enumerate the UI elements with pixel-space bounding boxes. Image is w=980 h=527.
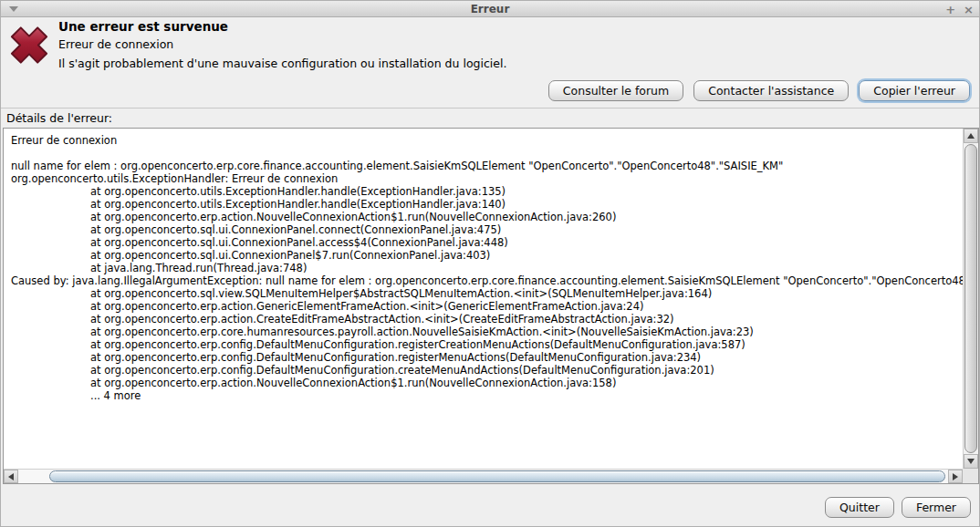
horizontal-scrollbar-thumb[interactable] xyxy=(49,470,945,482)
window-title: Erreur xyxy=(1,3,979,16)
vertical-scrollbar[interactable] xyxy=(963,129,978,469)
header-separator xyxy=(1,108,979,108)
trace-line: at org.openconcerto.erp.config.DefaultMe… xyxy=(11,338,963,351)
arrow-right-icon xyxy=(953,473,958,480)
error-dialog-window: Erreur + × Une erreur est survenue Erreu… xyxy=(0,0,980,527)
trace-line: at org.openconcerto.erp.action.GenericEl… xyxy=(11,300,963,313)
scroll-down-button[interactable] xyxy=(964,454,978,469)
arrow-left-icon xyxy=(8,473,14,480)
header-button-row: Consulter le forum Contacter l'assistanc… xyxy=(548,80,970,101)
trace-line: at org.openconcerto.utils.ExceptionHandl… xyxy=(11,185,963,198)
quit-button[interactable]: Quitter xyxy=(825,497,894,518)
maximize-icon[interactable]: + xyxy=(945,4,955,16)
trace-line: Erreur de connexion xyxy=(11,134,963,147)
details-label: Détails de l'erreur: xyxy=(6,111,112,125)
error-description: Il s'agit probablement d'une mauvaise co… xyxy=(58,57,506,70)
copy-error-button[interactable]: Copier l'erreur xyxy=(859,80,970,101)
contact-support-button[interactable]: Contacter l'assistance xyxy=(693,80,849,101)
trace-line: at org.openconcerto.sql.ui.ConnexionPane… xyxy=(11,223,963,236)
trace-line: null name for elem : org.openconcerto.er… xyxy=(11,160,963,172)
trace-line: org.openconcerto.utils.ExceptionHandler:… xyxy=(11,172,963,185)
scroll-up-button[interactable] xyxy=(964,129,978,143)
trace-line: at java.lang.Thread.run(Thread.java:748) xyxy=(11,262,963,274)
trace-line: at org.openconcerto.erp.core.humanresour… xyxy=(11,326,963,338)
scroll-left-button[interactable] xyxy=(4,470,18,483)
error-subtitle: Erreur de connexion xyxy=(58,37,173,51)
title-bar: Erreur + × xyxy=(1,1,979,17)
trace-line: at org.openconcerto.sql.ui.ConnexionPane… xyxy=(11,236,963,249)
trace-line: at org.openconcerto.utils.ExceptionHandl… xyxy=(11,198,963,211)
scrollbar-corner xyxy=(963,469,978,483)
trace-line: at org.openconcerto.erp.action.NouvelleC… xyxy=(11,211,963,223)
scroll-right-button[interactable] xyxy=(948,470,963,483)
vertical-scrollbar-thumb[interactable] xyxy=(964,144,977,453)
trace-line: ... 4 more xyxy=(11,389,963,402)
trace-line xyxy=(11,147,963,160)
error-cross-icon xyxy=(7,23,51,67)
consult-forum-button[interactable]: Consulter le forum xyxy=(548,80,683,101)
trace-line: at org.openconcerto.erp.config.DefaultMe… xyxy=(11,351,963,364)
trace-line: at org.openconcerto.sql.view.SQLMenuItem… xyxy=(11,287,963,300)
error-details-pane: Erreur de connexion null name for elem :… xyxy=(3,128,979,484)
trace-line: at org.openconcerto.erp.action.NouvelleC… xyxy=(11,377,963,389)
arrow-up-icon xyxy=(967,133,975,139)
window-controls: + × xyxy=(945,1,974,17)
error-headline: Une erreur est survenue xyxy=(58,19,228,34)
footer-button-row: Quitter Fermer xyxy=(825,497,971,518)
trace-line: at org.openconcerto.sql.ui.ConnexionPane… xyxy=(11,249,963,262)
stack-trace[interactable]: Erreur de connexion null name for elem :… xyxy=(4,129,963,469)
horizontal-scrollbar[interactable] xyxy=(4,469,963,483)
close-icon[interactable]: × xyxy=(964,4,974,16)
arrow-down-icon xyxy=(967,459,975,464)
close-button[interactable]: Fermer xyxy=(902,497,971,518)
trace-line: at org.openconcerto.erp.config.DefaultMe… xyxy=(11,364,963,377)
trace-line: Caused by: java.lang.IllegalArgumentExce… xyxy=(11,274,963,287)
trace-line: at org.openconcerto.erp.action.CreateEdi… xyxy=(11,313,963,326)
